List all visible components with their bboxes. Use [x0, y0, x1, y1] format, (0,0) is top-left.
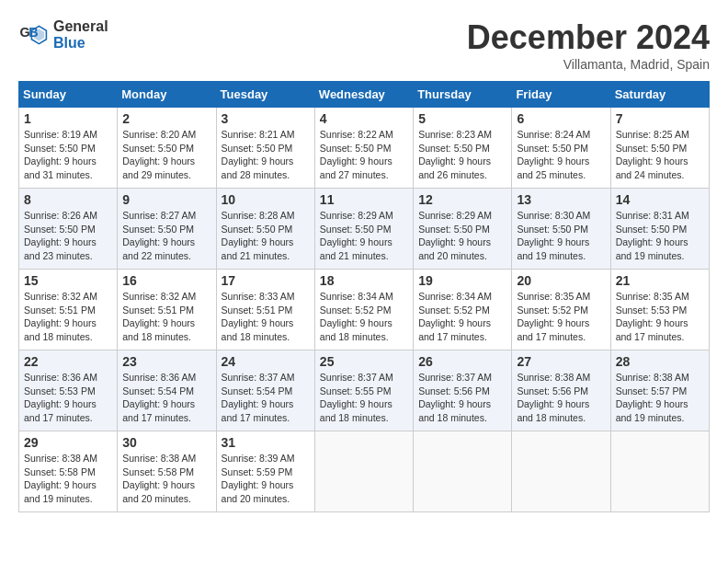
day-number: 1: [24, 111, 112, 126]
calendar-day-cell: 18Sunrise: 8:34 AMSunset: 5:52 PMDayligh…: [314, 270, 413, 350]
day-info: Sunrise: 8:27 AMSunset: 5:50 PMDaylight:…: [122, 209, 210, 263]
calendar-day-cell: 9Sunrise: 8:27 AMSunset: 5:50 PMDaylight…: [118, 189, 216, 270]
day-of-week-header: Saturday: [610, 82, 709, 108]
day-number: 16: [122, 273, 210, 288]
day-number: 22: [24, 354, 112, 369]
day-info: Sunrise: 8:34 AMSunset: 5:52 PMDaylight:…: [418, 290, 506, 344]
day-info: Sunrise: 8:29 AMSunset: 5:50 PMDaylight:…: [418, 209, 506, 263]
day-info: Sunrise: 8:31 AMSunset: 5:50 PMDaylight:…: [616, 209, 704, 263]
day-info: Sunrise: 8:29 AMSunset: 5:50 PMDaylight:…: [320, 209, 408, 263]
day-info: Sunrise: 8:19 AMSunset: 5:50 PMDaylight:…: [24, 128, 112, 182]
day-info: Sunrise: 8:37 AMSunset: 5:54 PMDaylight:…: [222, 371, 310, 425]
day-info: Sunrise: 8:36 AMSunset: 5:53 PMDaylight:…: [24, 371, 112, 425]
day-number: 3: [222, 111, 310, 126]
day-number: 26: [418, 354, 506, 369]
day-number: 30: [122, 435, 210, 450]
header: G B General Blue December 2024 Villamant…: [18, 18, 710, 72]
calendar-day-cell: [610, 431, 709, 512]
calendar-day-cell: 20Sunrise: 8:35 AMSunset: 5:52 PMDayligh…: [512, 270, 610, 350]
day-number: 8: [24, 192, 112, 207]
day-of-week-header: Monday: [118, 82, 216, 108]
calendar-day-cell: 5Sunrise: 8:23 AMSunset: 5:50 PMDaylight…: [414, 108, 512, 189]
day-number: 11: [320, 192, 408, 207]
calendar-week-row: 15Sunrise: 8:32 AMSunset: 5:51 PMDayligh…: [19, 270, 710, 350]
calendar-day-cell: 30Sunrise: 8:38 AMSunset: 5:58 PMDayligh…: [118, 431, 216, 512]
day-number: 6: [517, 111, 605, 126]
calendar-day-cell: 10Sunrise: 8:28 AMSunset: 5:50 PMDayligh…: [216, 189, 314, 270]
calendar-day-cell: 11Sunrise: 8:29 AMSunset: 5:50 PMDayligh…: [314, 189, 413, 270]
day-info: Sunrise: 8:36 AMSunset: 5:54 PMDaylight:…: [122, 371, 210, 425]
day-number: 17: [222, 273, 310, 288]
day-info: Sunrise: 8:37 AMSunset: 5:56 PMDaylight:…: [418, 371, 506, 425]
calendar-day-cell: 3Sunrise: 8:21 AMSunset: 5:50 PMDaylight…: [216, 108, 314, 189]
day-info: Sunrise: 8:25 AMSunset: 5:50 PMDaylight:…: [616, 128, 704, 182]
day-info: Sunrise: 8:21 AMSunset: 5:50 PMDaylight:…: [222, 128, 310, 182]
calendar-day-cell: 6Sunrise: 8:24 AMSunset: 5:50 PMDaylight…: [512, 108, 610, 189]
day-of-week-header: Wednesday: [314, 82, 413, 108]
calendar-week-row: 29Sunrise: 8:38 AMSunset: 5:58 PMDayligh…: [19, 431, 710, 512]
day-of-week-header: Thursday: [414, 82, 512, 108]
calendar-day-cell: 28Sunrise: 8:38 AMSunset: 5:57 PMDayligh…: [610, 350, 709, 431]
day-number: 5: [418, 111, 506, 126]
day-number: 14: [616, 192, 704, 207]
calendar-day-cell: 19Sunrise: 8:34 AMSunset: 5:52 PMDayligh…: [414, 270, 512, 350]
calendar-day-cell: 29Sunrise: 8:38 AMSunset: 5:58 PMDayligh…: [19, 431, 118, 512]
calendar-day-cell: 7Sunrise: 8:25 AMSunset: 5:50 PMDaylight…: [610, 108, 709, 189]
day-info: Sunrise: 8:38 AMSunset: 5:58 PMDaylight:…: [24, 452, 112, 506]
calendar-week-row: 8Sunrise: 8:26 AMSunset: 5:50 PMDaylight…: [19, 189, 710, 270]
day-number: 12: [418, 192, 506, 207]
day-number: 20: [517, 273, 605, 288]
calendar-day-cell: 25Sunrise: 8:37 AMSunset: 5:55 PMDayligh…: [314, 350, 413, 431]
day-number: 9: [122, 192, 210, 207]
calendar-day-cell: [414, 431, 512, 512]
day-number: 24: [222, 354, 310, 369]
calendar-day-cell: 15Sunrise: 8:32 AMSunset: 5:51 PMDayligh…: [19, 270, 118, 350]
day-info: Sunrise: 8:22 AMSunset: 5:50 PMDaylight:…: [320, 128, 408, 182]
calendar-day-cell: 12Sunrise: 8:29 AMSunset: 5:50 PMDayligh…: [414, 189, 512, 270]
calendar-day-cell: 16Sunrise: 8:32 AMSunset: 5:51 PMDayligh…: [118, 270, 216, 350]
calendar-week-row: 1Sunrise: 8:19 AMSunset: 5:50 PMDaylight…: [19, 108, 710, 189]
day-info: Sunrise: 8:34 AMSunset: 5:52 PMDaylight:…: [320, 290, 408, 344]
day-info: Sunrise: 8:28 AMSunset: 5:50 PMDaylight:…: [222, 209, 310, 263]
calendar-day-cell: 24Sunrise: 8:37 AMSunset: 5:54 PMDayligh…: [216, 350, 314, 431]
day-info: Sunrise: 8:37 AMSunset: 5:55 PMDaylight:…: [320, 371, 408, 425]
day-number: 2: [122, 111, 210, 126]
calendar-day-cell: 8Sunrise: 8:26 AMSunset: 5:50 PMDaylight…: [19, 189, 118, 270]
day-info: Sunrise: 8:26 AMSunset: 5:50 PMDaylight:…: [24, 209, 112, 263]
calendar-day-cell: [512, 431, 610, 512]
day-info: Sunrise: 8:38 AMSunset: 5:57 PMDaylight:…: [616, 371, 704, 425]
calendar-day-cell: 26Sunrise: 8:37 AMSunset: 5:56 PMDayligh…: [414, 350, 512, 431]
day-of-week-header: Friday: [512, 82, 610, 108]
day-number: 7: [616, 111, 704, 126]
calendar-header-row: SundayMondayTuesdayWednesdayThursdayFrid…: [19, 82, 710, 108]
calendar-week-row: 22Sunrise: 8:36 AMSunset: 5:53 PMDayligh…: [19, 350, 710, 431]
calendar-day-cell: 22Sunrise: 8:36 AMSunset: 5:53 PMDayligh…: [19, 350, 118, 431]
day-info: Sunrise: 8:23 AMSunset: 5:50 PMDaylight:…: [418, 128, 506, 182]
day-info: Sunrise: 8:30 AMSunset: 5:50 PMDaylight:…: [517, 209, 605, 263]
calendar-day-cell: 13Sunrise: 8:30 AMSunset: 5:50 PMDayligh…: [512, 189, 610, 270]
calendar-table: SundayMondayTuesdayWednesdayThursdayFrid…: [18, 81, 710, 512]
day-number: 18: [320, 273, 408, 288]
day-info: Sunrise: 8:33 AMSunset: 5:51 PMDaylight:…: [222, 290, 310, 344]
day-info: Sunrise: 8:20 AMSunset: 5:50 PMDaylight:…: [122, 128, 210, 182]
day-info: Sunrise: 8:32 AMSunset: 5:51 PMDaylight:…: [24, 290, 112, 344]
day-of-week-header: Tuesday: [216, 82, 314, 108]
calendar-body: 1Sunrise: 8:19 AMSunset: 5:50 PMDaylight…: [19, 108, 710, 512]
day-number: 23: [122, 354, 210, 369]
day-number: 29: [24, 435, 112, 450]
month-title: December 2024: [467, 18, 710, 57]
day-number: 28: [616, 354, 704, 369]
day-number: 27: [517, 354, 605, 369]
logo: G B General Blue: [18, 18, 108, 52]
calendar-day-cell: 21Sunrise: 8:35 AMSunset: 5:53 PMDayligh…: [610, 270, 709, 350]
day-info: Sunrise: 8:39 AMSunset: 5:59 PMDaylight:…: [222, 452, 310, 506]
day-info: Sunrise: 8:35 AMSunset: 5:53 PMDaylight:…: [616, 290, 704, 344]
location-subtitle: Villamanta, Madrid, Spain: [467, 57, 710, 72]
calendar-day-cell: 23Sunrise: 8:36 AMSunset: 5:54 PMDayligh…: [118, 350, 216, 431]
day-number: 31: [222, 435, 310, 450]
title-area: December 2024 Villamanta, Madrid, Spain: [467, 18, 710, 72]
day-number: 15: [24, 273, 112, 288]
calendar-day-cell: 1Sunrise: 8:19 AMSunset: 5:50 PMDaylight…: [19, 108, 118, 189]
day-number: 4: [320, 111, 408, 126]
day-number: 10: [222, 192, 310, 207]
